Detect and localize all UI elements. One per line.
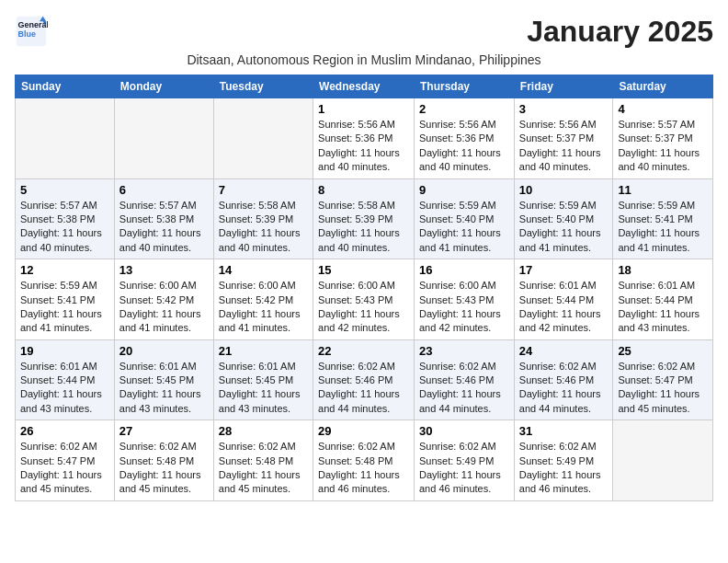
day-number: 23 (419, 344, 509, 358)
weekday-header-tuesday: Tuesday (213, 75, 313, 98)
week-row-3: 19Sunrise: 6:01 AMSunset: 5:44 PMDayligh… (16, 339, 713, 420)
day-number: 9 (419, 183, 509, 197)
calendar-cell: 1Sunrise: 5:56 AMSunset: 5:36 PMDaylight… (313, 98, 415, 179)
calendar-table: SundayMondayTuesdayWednesdayThursdayFrid… (15, 75, 713, 501)
weekday-header-friday: Friday (514, 75, 613, 98)
day-number: 30 (419, 424, 509, 438)
week-row-0: 1Sunrise: 5:56 AMSunset: 5:36 PMDaylight… (16, 98, 713, 179)
day-number: 2 (419, 102, 509, 116)
day-number: 11 (618, 183, 708, 197)
calendar-cell (16, 98, 115, 179)
day-info: Sunrise: 6:02 AMSunset: 5:48 PMDaylight:… (318, 440, 409, 497)
day-number: 3 (519, 102, 609, 116)
day-number: 18 (618, 263, 708, 277)
calendar-cell: 5Sunrise: 5:57 AMSunset: 5:38 PMDaylight… (16, 178, 115, 259)
day-number: 14 (219, 263, 308, 277)
day-info: Sunrise: 6:02 AMSunset: 5:49 PMDaylight:… (519, 440, 609, 497)
calendar-cell: 16Sunrise: 6:00 AMSunset: 5:43 PMDayligh… (415, 259, 515, 340)
day-info: Sunrise: 5:56 AMSunset: 5:36 PMDaylight:… (419, 118, 509, 175)
logo-icon: General Blue (15, 15, 48, 48)
day-info: Sunrise: 6:00 AMSunset: 5:43 PMDaylight:… (318, 279, 409, 336)
day-info: Sunrise: 6:01 AMSunset: 5:44 PMDaylight:… (20, 360, 109, 417)
weekday-header-wednesday: Wednesday (313, 75, 415, 98)
calendar-cell: 10Sunrise: 5:59 AMSunset: 5:40 PMDayligh… (514, 178, 613, 259)
svg-text:Blue: Blue (18, 29, 37, 39)
day-info: Sunrise: 5:56 AMSunset: 5:36 PMDaylight:… (318, 118, 409, 175)
day-number: 10 (519, 183, 609, 197)
calendar-cell: 21Sunrise: 6:01 AMSunset: 5:45 PMDayligh… (213, 339, 313, 420)
day-info: Sunrise: 5:59 AMSunset: 5:41 PMDaylight:… (20, 279, 109, 336)
calendar-cell: 7Sunrise: 5:58 AMSunset: 5:39 PMDaylight… (213, 178, 313, 259)
day-info: Sunrise: 6:00 AMSunset: 5:43 PMDaylight:… (419, 279, 509, 336)
week-row-4: 26Sunrise: 6:02 AMSunset: 5:47 PMDayligh… (16, 420, 713, 501)
calendar-cell: 29Sunrise: 6:02 AMSunset: 5:48 PMDayligh… (313, 420, 415, 501)
day-info: Sunrise: 6:02 AMSunset: 5:46 PMDaylight:… (419, 360, 509, 417)
day-number: 28 (219, 424, 308, 438)
calendar-cell: 26Sunrise: 6:02 AMSunset: 5:47 PMDayligh… (16, 420, 115, 501)
day-number: 25 (618, 344, 708, 358)
day-info: Sunrise: 5:57 AMSunset: 5:37 PMDaylight:… (618, 118, 708, 175)
calendar-cell (613, 420, 713, 501)
calendar-cell: 17Sunrise: 6:01 AMSunset: 5:44 PMDayligh… (514, 259, 613, 340)
logo: General Blue (15, 15, 48, 48)
calendar-cell (213, 98, 313, 179)
day-number: 17 (519, 263, 609, 277)
weekday-header-saturday: Saturday (613, 75, 713, 98)
calendar-cell: 19Sunrise: 6:01 AMSunset: 5:44 PMDayligh… (16, 339, 115, 420)
day-info: Sunrise: 6:02 AMSunset: 5:46 PMDaylight:… (519, 360, 609, 417)
day-info: Sunrise: 6:02 AMSunset: 5:47 PMDaylight:… (20, 440, 109, 497)
day-info: Sunrise: 5:59 AMSunset: 5:40 PMDaylight:… (419, 199, 509, 256)
day-info: Sunrise: 6:02 AMSunset: 5:48 PMDaylight:… (219, 440, 308, 497)
calendar-cell: 15Sunrise: 6:00 AMSunset: 5:43 PMDayligh… (313, 259, 415, 340)
calendar-cell: 24Sunrise: 6:02 AMSunset: 5:46 PMDayligh… (514, 339, 613, 420)
week-row-2: 12Sunrise: 5:59 AMSunset: 5:41 PMDayligh… (16, 259, 713, 340)
calendar-cell: 28Sunrise: 6:02 AMSunset: 5:48 PMDayligh… (213, 420, 313, 501)
day-number: 16 (419, 263, 509, 277)
day-number: 5 (20, 183, 109, 197)
day-number: 20 (119, 344, 209, 358)
day-info: Sunrise: 6:01 AMSunset: 5:44 PMDaylight:… (519, 279, 609, 336)
month-title: January 2025 (527, 15, 713, 49)
calendar-cell: 27Sunrise: 6:02 AMSunset: 5:48 PMDayligh… (114, 420, 213, 501)
day-number: 27 (119, 424, 209, 438)
calendar-cell: 23Sunrise: 6:02 AMSunset: 5:46 PMDayligh… (415, 339, 515, 420)
day-info: Sunrise: 6:02 AMSunset: 5:46 PMDaylight:… (318, 360, 409, 417)
calendar-cell: 6Sunrise: 5:57 AMSunset: 5:38 PMDaylight… (114, 178, 213, 259)
day-info: Sunrise: 6:00 AMSunset: 5:42 PMDaylight:… (219, 279, 308, 336)
calendar-cell: 4Sunrise: 5:57 AMSunset: 5:37 PMDaylight… (613, 98, 713, 179)
calendar-cell: 9Sunrise: 5:59 AMSunset: 5:40 PMDaylight… (415, 178, 515, 259)
day-number: 26 (20, 424, 109, 438)
calendar-cell: 25Sunrise: 6:02 AMSunset: 5:47 PMDayligh… (613, 339, 713, 420)
week-row-1: 5Sunrise: 5:57 AMSunset: 5:38 PMDaylight… (16, 178, 713, 259)
day-number: 12 (20, 263, 109, 277)
calendar-cell: 31Sunrise: 6:02 AMSunset: 5:49 PMDayligh… (514, 420, 613, 501)
weekday-header-thursday: Thursday (415, 75, 515, 98)
day-number: 4 (618, 102, 708, 116)
calendar-cell: 2Sunrise: 5:56 AMSunset: 5:36 PMDaylight… (415, 98, 515, 179)
day-number: 15 (318, 263, 409, 277)
calendar-cell: 11Sunrise: 5:59 AMSunset: 5:41 PMDayligh… (613, 178, 713, 259)
calendar-cell: 8Sunrise: 5:58 AMSunset: 5:39 PMDaylight… (313, 178, 415, 259)
day-info: Sunrise: 6:01 AMSunset: 5:44 PMDaylight:… (618, 279, 708, 336)
calendar-cell: 18Sunrise: 6:01 AMSunset: 5:44 PMDayligh… (613, 259, 713, 340)
day-info: Sunrise: 5:57 AMSunset: 5:38 PMDaylight:… (20, 199, 109, 256)
day-info: Sunrise: 5:59 AMSunset: 5:41 PMDaylight:… (618, 199, 708, 256)
day-info: Sunrise: 6:00 AMSunset: 5:42 PMDaylight:… (119, 279, 209, 336)
day-number: 19 (20, 344, 109, 358)
day-number: 29 (318, 424, 409, 438)
calendar-cell: 12Sunrise: 5:59 AMSunset: 5:41 PMDayligh… (16, 259, 115, 340)
calendar-cell: 20Sunrise: 6:01 AMSunset: 5:45 PMDayligh… (114, 339, 213, 420)
weekday-header-sunday: Sunday (16, 75, 115, 98)
day-info: Sunrise: 5:57 AMSunset: 5:38 PMDaylight:… (119, 199, 209, 256)
weekday-header-row: SundayMondayTuesdayWednesdayThursdayFrid… (16, 75, 713, 98)
day-number: 8 (318, 183, 409, 197)
day-number: 24 (519, 344, 609, 358)
calendar-cell (114, 98, 213, 179)
day-info: Sunrise: 5:59 AMSunset: 5:40 PMDaylight:… (519, 199, 609, 256)
day-number: 1 (318, 102, 409, 116)
day-info: Sunrise: 6:01 AMSunset: 5:45 PMDaylight:… (119, 360, 209, 417)
day-number: 13 (119, 263, 209, 277)
day-info: Sunrise: 6:02 AMSunset: 5:49 PMDaylight:… (419, 440, 509, 497)
day-info: Sunrise: 6:01 AMSunset: 5:45 PMDaylight:… (219, 360, 308, 417)
day-number: 7 (219, 183, 308, 197)
